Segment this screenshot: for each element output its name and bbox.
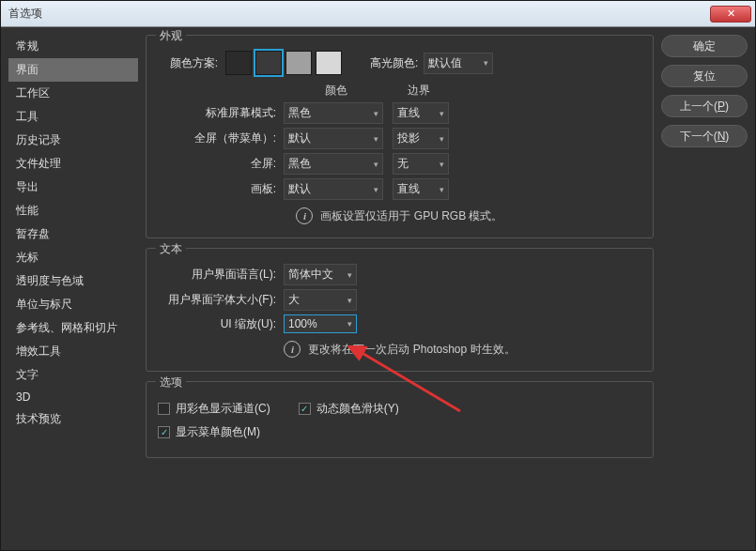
swatch-dark[interactable] (255, 51, 282, 75)
sidebar-item-type[interactable]: 文字 (8, 363, 138, 387)
sidebar-item-transparency[interactable]: 透明度与色域 (8, 269, 138, 293)
sidebar-item-interface[interactable]: 界面 (8, 58, 138, 82)
sidebar-item-history[interactable]: 历史记录 (8, 129, 138, 152)
sidebar-item-general[interactable]: 常规 (8, 35, 138, 58)
info-icon: i (296, 207, 313, 224)
content: 外观 颜色方案: 高光颜色: 默认值 ▾ (146, 35, 654, 543)
sidebar-item-scratch[interactable]: 暂存盘 (8, 222, 138, 246)
next-button[interactable]: 下一个(N) (661, 125, 748, 147)
sidebar-item-techpreview[interactable]: 技术预览 (8, 407, 138, 431)
chevron-down-icon: ▾ (347, 270, 352, 280)
chevron-down-icon: ▾ (440, 185, 444, 194)
mode-full-label: 全屏: (158, 156, 276, 172)
window-title: 首选项 (8, 6, 42, 22)
mode-full-border[interactable]: 无▾ (393, 153, 449, 175)
chevron-down-icon: ▾ (347, 319, 352, 329)
mode-fullmenu-border[interactable]: 投影▾ (393, 128, 449, 149)
info-icon: i (284, 341, 301, 358)
appearance-panel: 外观 颜色方案: 高光颜色: 默认值 ▾ (146, 35, 654, 238)
close-icon: ✕ (727, 8, 735, 20)
chevron-down-icon: ▾ (440, 134, 444, 144)
sidebar-item-units[interactable]: 单位与标尺 (8, 293, 138, 316)
ui-lang-select[interactable]: 简体中文▾ (284, 264, 357, 285)
ui-font-label: 用户界面字体大小(F): (158, 292, 276, 308)
close-button[interactable]: ✕ (710, 6, 751, 23)
ok-button[interactable]: 确定 (661, 35, 748, 57)
mode-std-color[interactable]: 黑色▾ (284, 102, 383, 124)
ui-font-select[interactable]: 大▾ (284, 289, 357, 311)
preferences-window: 首选项 ✕ 常规 界面 工作区 工具 历史记录 文件处理 导出 性能 暂存盘 光… (0, 0, 756, 551)
chk-dynamic-sliders-label: 动态颜色滑块(Y) (316, 401, 399, 417)
swatch-darkest[interactable] (225, 51, 252, 75)
options-title: 选项 (156, 375, 186, 390)
mode-full-color[interactable]: 黑色▾ (284, 153, 383, 175)
reset-button[interactable]: 复位 (661, 65, 748, 87)
mode-artboard-border[interactable]: 直线▾ (393, 178, 449, 200)
mode-artboard-label: 画板: (158, 181, 276, 197)
mode-artboard-color[interactable]: 默认▾ (284, 178, 383, 200)
chk-show-menu-colors[interactable] (158, 426, 170, 438)
titlebar: 首选项 ✕ (1, 1, 755, 27)
color-scheme-swatches (225, 51, 342, 75)
ui-scale-label: UI 缩放(U): (158, 316, 276, 332)
ui-lang-label: 用户界面语言(L): (158, 267, 276, 283)
mode-std-border[interactable]: 直线▾ (393, 102, 449, 124)
sidebar: 常规 界面 工作区 工具 历史记录 文件处理 导出 性能 暂存盘 光标 透明度与… (8, 35, 138, 543)
highlight-color-value: 默认值 (428, 55, 462, 71)
chevron-down-icon: ▾ (484, 58, 488, 68)
chk-color-channels-label: 用彩色显示通道(C) (176, 401, 270, 417)
text-note: 更改将在下一次启动 Photoshop 时生效。 (308, 342, 515, 358)
ui-scale-select[interactable]: 100%▾ (284, 314, 357, 333)
chevron-down-icon: ▾ (440, 160, 444, 169)
options-panel: 选项 用彩色显示通道(C) 动态颜色滑块(Y) 显示菜单颜色(M) (146, 381, 654, 458)
sidebar-item-tools[interactable]: 工具 (8, 105, 138, 129)
chevron-down-icon: ▾ (374, 109, 378, 118)
sidebar-item-filehandling[interactable]: 文件处理 (8, 152, 138, 176)
swatch-light[interactable] (285, 51, 312, 75)
main-area: 常规 界面 工作区 工具 历史记录 文件处理 导出 性能 暂存盘 光标 透明度与… (1, 27, 755, 550)
chevron-down-icon: ▾ (440, 109, 444, 118)
chevron-down-icon: ▾ (374, 160, 378, 169)
swatch-lightest[interactable] (316, 51, 342, 75)
col-color-header: 颜色 (284, 83, 389, 99)
chk-show-menu-colors-label: 显示菜单颜色(M) (176, 424, 260, 440)
chevron-down-icon: ▾ (374, 185, 378, 194)
col-spacer (158, 83, 284, 99)
chevron-down-icon: ▾ (347, 296, 352, 305)
text-title: 文本 (156, 241, 186, 257)
sidebar-item-plugins[interactable]: 增效工具 (8, 340, 138, 363)
sidebar-item-guides[interactable]: 参考线、网格和切片 (8, 316, 138, 340)
mode-fullmenu-label: 全屏（带菜单）: (158, 130, 276, 146)
right-buttons: 确定 复位 上一个(P) 下一个(N) (661, 35, 748, 543)
chevron-down-icon: ▾ (374, 134, 378, 144)
text-panel: 文本 用户界面语言(L): 简体中文▾ 用户界面字体大小(F): 大▾ UI 缩… (146, 248, 654, 372)
sidebar-item-3d[interactable]: 3D (8, 387, 138, 407)
highlight-color-label: 高光颜色: (370, 55, 418, 71)
sidebar-item-workspace[interactable]: 工作区 (8, 82, 138, 105)
mode-fullmenu-color[interactable]: 默认▾ (284, 128, 383, 149)
prev-button[interactable]: 上一个(P) (661, 95, 748, 117)
appearance-note: 画板设置仅适用于 GPU RGB 模式。 (320, 208, 502, 224)
highlight-color-select[interactable]: 默认值 ▾ (424, 53, 493, 74)
sidebar-item-cursors[interactable]: 光标 (8, 246, 138, 269)
col-border-header: 边界 (389, 83, 449, 99)
color-scheme-label: 颜色方案: (158, 55, 218, 71)
mode-std-label: 标准屏幕模式: (158, 105, 276, 121)
chk-dynamic-sliders[interactable] (299, 403, 311, 415)
sidebar-item-export[interactable]: 导出 (8, 176, 138, 199)
sidebar-item-performance[interactable]: 性能 (8, 199, 138, 222)
chk-color-channels[interactable] (158, 403, 170, 415)
appearance-title: 外观 (156, 28, 186, 44)
